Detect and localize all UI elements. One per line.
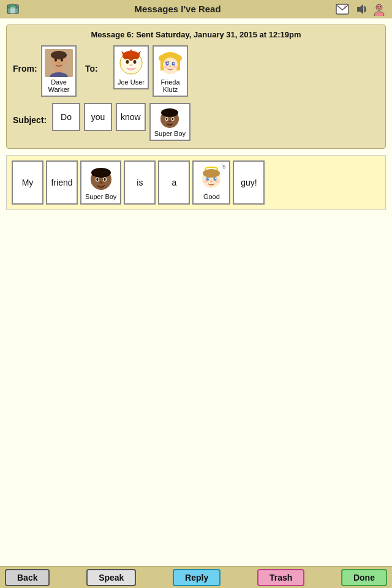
done-button[interactable]: Done (341, 569, 387, 586)
svg-point-53 (104, 178, 106, 181)
svg-point-8 (377, 6, 379, 7)
message-envelope: Message 6: Sent Saturday, January 31, 20… (6, 24, 386, 149)
subject-row: Subject: Do you know (13, 103, 379, 141)
svg-point-9 (380, 6, 381, 7)
svg-rect-3 (336, 4, 349, 14)
svg-point-47 (168, 121, 171, 123)
possessive-s: 's (221, 163, 225, 170)
svg-point-7 (374, 12, 384, 16)
superboy-image-body (87, 165, 115, 193)
svg-point-24 (126, 60, 129, 64)
body-word-superboy: Super Boy (80, 160, 121, 205)
subject-word-do: Do (52, 103, 80, 131)
subject-word-superboy: Super Boy (149, 103, 190, 141)
speak-button[interactable]: Speak (86, 569, 136, 586)
svg-point-26 (134, 60, 137, 64)
message-meta: Message 6: Sent Saturday, January 31, 20… (13, 30, 379, 39)
body-word-good: 's (192, 160, 230, 205)
svg-point-32 (176, 55, 182, 61)
joe-user-name: Joe User (118, 78, 145, 86)
to-avatar-joe: Joe User (113, 45, 149, 89)
dave-warker-name: Dave Warker (45, 78, 73, 93)
svg-point-14 (61, 59, 63, 62)
svg-point-63 (204, 180, 208, 183)
body-word-friend: friend (46, 160, 78, 205)
volume-icon[interactable] (353, 1, 369, 17)
svg-point-46 (172, 118, 174, 120)
from-avatar-dave: Dave Warker (41, 45, 77, 97)
svg-point-13 (55, 59, 57, 62)
body-word-my: My (12, 160, 43, 205)
email-icon[interactable]: ! (334, 1, 350, 17)
back-button[interactable]: Back (5, 569, 50, 586)
svg-point-39 (164, 66, 167, 68)
svg-point-58 (206, 177, 209, 181)
message-body: My friend Super Boy is (6, 155, 386, 210)
svg-point-61 (215, 178, 216, 179)
svg-point-64 (215, 180, 219, 183)
subject-label: Subject: (13, 103, 48, 125)
svg-point-37 (173, 63, 175, 64)
main-content: Message 6: Sent Saturday, January 31, 20… (0, 18, 392, 566)
joe-user-image (117, 49, 145, 77)
body-word-guy: guy! (233, 160, 265, 205)
home-icon[interactable] (5, 1, 21, 17)
page-title: Messages I've Read (21, 4, 334, 14)
frieda-klutz-image (156, 49, 184, 77)
svg-point-51 (96, 178, 99, 181)
svg-point-15 (58, 62, 60, 64)
svg-point-44 (166, 118, 168, 120)
app-header: Messages I've Read ! (0, 0, 392, 18)
footer-toolbar: Back Speak Reply Trash Done (0, 566, 392, 588)
body-word-a: a (158, 160, 190, 205)
user-icon[interactable] (371, 1, 387, 17)
svg-point-59 (214, 177, 217, 181)
superboy-image-subject (158, 107, 181, 130)
from-label: From: (13, 45, 37, 74)
svg-point-42 (161, 108, 178, 117)
body-word-is: is (124, 160, 156, 205)
subject-word-know: know (116, 103, 146, 131)
dave-warker-photo (45, 49, 73, 77)
svg-rect-2 (10, 7, 15, 13)
svg-point-12 (51, 51, 67, 59)
from-to-row: From: (13, 45, 379, 97)
to-avatar-frieda: Frieda Klutz (153, 45, 188, 97)
svg-point-62 (211, 181, 213, 183)
svg-point-31 (159, 55, 165, 61)
svg-point-54 (99, 181, 102, 184)
trash-button[interactable]: Trash (257, 569, 304, 586)
svg-point-38 (170, 66, 172, 67)
to-label: To: (85, 45, 110, 74)
svg-point-40 (173, 66, 177, 68)
reply-button[interactable]: Reply (173, 569, 221, 586)
svg-point-57 (203, 169, 220, 178)
svg-text:!: ! (344, 5, 345, 9)
svg-point-49 (91, 168, 111, 178)
frieda-klutz-name: Frieda Klutz (156, 78, 184, 93)
svg-point-36 (167, 63, 168, 64)
svg-point-60 (208, 178, 209, 179)
svg-marker-5 (357, 4, 363, 14)
subject-word-you: you (84, 103, 112, 131)
